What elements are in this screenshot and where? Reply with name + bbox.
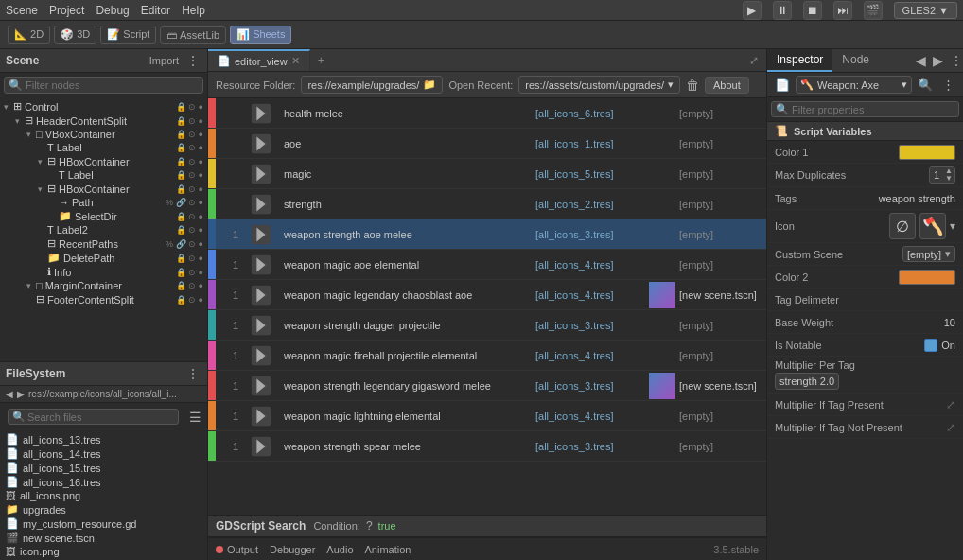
- import-label[interactable]: Import: [149, 55, 179, 66]
- movie-button[interactable]: 🎬: [864, 1, 883, 20]
- tree-item-label[interactable]: TLabel🔒 ⊙ ●: [0, 141, 207, 154]
- mult-present-expand[interactable]: ⤢: [946, 398, 955, 411]
- mode-assetlib-btn[interactable]: 🗃 AssetLib: [160, 26, 226, 44]
- menu-editor[interactable]: Editor: [141, 4, 170, 17]
- fs-item[interactable]: 📄my_custom_resource.gd: [0, 516, 207, 531]
- table-row[interactable]: strength [all_icons_2.tres] [empty]: [208, 189, 766, 219]
- fs-back-btn[interactable]: ◀: [6, 389, 13, 399]
- renderer-select[interactable]: GLES2 ▼: [894, 2, 957, 19]
- fs-search-input[interactable]: [27, 411, 174, 423]
- inspector-history-next[interactable]: ▶: [929, 49, 946, 72]
- prop-notable-toggle[interactable]: On: [924, 339, 955, 352]
- tree-item-label[interactable]: TLabel🔒 ⊙ ●: [0, 168, 207, 182]
- max-dup-spinner[interactable]: ▲ ▼: [943, 167, 954, 183]
- tree-item-selectdir[interactable]: 📁SelectDir🔒 ⊙ ●: [0, 209, 207, 223]
- inspector-filter-input[interactable]: [792, 104, 954, 115]
- mode-script-btn[interactable]: 📝 Script: [100, 26, 156, 44]
- filesystem-search[interactable]: 🔍: [8, 409, 179, 425]
- audio-btn[interactable]: Audio: [326, 544, 353, 555]
- menu-debug[interactable]: Debug: [96, 4, 129, 17]
- mode-sheets-btn[interactable]: 📊 Sheets: [230, 26, 291, 44]
- fs-item[interactable]: 📄all_icons_16.tres: [0, 475, 207, 489]
- tree-item-control[interactable]: ▾⊞Control🔒 ⊙ ●: [0, 99, 207, 114]
- clear-recent-btn[interactable]: 🗑: [686, 78, 699, 93]
- scene-menu-btn[interactable]: ⋮: [184, 53, 201, 68]
- tree-item-path[interactable]: →Path% 🔗 ⊙ ●: [0, 196, 207, 209]
- inspector-tab[interactable]: Inspector: [767, 49, 832, 72]
- mult-not-present-expand[interactable]: ⤢: [946, 421, 955, 434]
- table-row[interactable]: 1 weapon magic aoe elemental [all_icons_…: [208, 250, 766, 280]
- table-row[interactable]: 1 weapon strength aoe melee [all_icons_3…: [208, 219, 766, 250]
- multiplier-per-tag-value[interactable]: strength 2.0: [775, 373, 839, 390]
- table-row[interactable]: 1 weapon strength legendary gigasword me…: [208, 371, 766, 401]
- weapon-select[interactable]: 🪓 Weapon: Axe ▾: [796, 76, 912, 94]
- fs-forward-btn[interactable]: ▶: [17, 389, 25, 399]
- prop-custom-scene-select[interactable]: [empty] ▾: [902, 246, 955, 262]
- table-row[interactable]: 1 weapon magic lightning elemental [all_…: [208, 401, 766, 431]
- mode-2d-btn[interactable]: 📐 2D: [8, 26, 50, 44]
- menu-help[interactable]: Help: [182, 4, 205, 17]
- tree-item-hboxcontainer[interactable]: ▾⊟HBoxContainer🔒 ⊙ ●: [0, 182, 207, 196]
- scene-filter-input[interactable]: [26, 79, 199, 91]
- fs-filter-btn[interactable]: ☰: [186, 410, 203, 425]
- scene-search-bar[interactable]: 🔍: [4, 77, 203, 94]
- about-btn[interactable]: About: [705, 77, 749, 94]
- fs-item[interactable]: 🖼all_icons.png: [0, 489, 207, 502]
- tree-item-headercontentsplit[interactable]: ▾⊟HeaderContentSplit🔒 ⊙ ●: [0, 114, 207, 128]
- prop-icon-axe[interactable]: 🪓: [919, 213, 946, 239]
- prop-icon-null[interactable]: ∅: [889, 213, 916, 239]
- tree-item-margincontainer[interactable]: ▾□MarginContainer🔒 ⊙ ●: [0, 279, 207, 292]
- fs-item[interactable]: 🖼icon.png: [0, 545, 207, 558]
- tree-item-vboxcontainer[interactable]: ▾□VBoxContainer🔒 ⊙ ●: [0, 128, 207, 141]
- tree-item-label2[interactable]: TLabel2🔒 ⊙ ●: [0, 223, 207, 236]
- fs-item[interactable]: 📄all_icons_15.tres: [0, 461, 207, 475]
- prop-color2-swatch[interactable]: [899, 270, 955, 285]
- fs-item[interactable]: 📄all_icons_13.tres: [0, 432, 207, 446]
- prop-tags-value[interactable]: weapon strength: [879, 193, 955, 204]
- debugger-btn[interactable]: Debugger: [270, 544, 315, 555]
- filesystem-menu-btn[interactable]: ⋮: [184, 366, 201, 381]
- table-row[interactable]: 1 weapon magic legendary chaosblast aoe …: [208, 280, 766, 310]
- prop-base-weight-value[interactable]: 10: [944, 317, 955, 328]
- table-row[interactable]: aoe [all_icons_1.tres] [empty]: [208, 129, 766, 159]
- tab-close-btn[interactable]: ✕: [291, 55, 300, 67]
- inspector-history-prev[interactable]: ◀: [912, 49, 929, 72]
- editor-view-tab[interactable]: 📄 editor_view ✕: [208, 49, 310, 71]
- tree-item-recentpaths[interactable]: ⊟RecentPaths% 🔗 ⊙ ●: [0, 236, 207, 251]
- tree-item-hboxcontainer[interactable]: ▾⊟HBoxContainer🔒 ⊙ ●: [0, 154, 207, 168]
- prop-icon-chevron[interactable]: ▾: [950, 219, 955, 233]
- table-row[interactable]: 1 weapon strength spear melee [all_icons…: [208, 431, 766, 462]
- fs-item[interactable]: 📁upgrades: [0, 502, 207, 516]
- open-recent-select[interactable]: res://assets/custom/upgrades/ ▾: [518, 76, 680, 94]
- output-btn[interactable]: Output: [216, 544, 258, 555]
- fs-item[interactable]: 🎬new scene.tscn: [0, 531, 207, 545]
- inspector-filter-row[interactable]: 🔍: [771, 101, 959, 117]
- inspector-menu-btn[interactable]: ⋮: [946, 49, 963, 72]
- table-row[interactable]: 1 weapon magic fireball projectile eleme…: [208, 341, 766, 371]
- step-button[interactable]: ⏭: [833, 1, 852, 20]
- resource-path-display[interactable]: res://example/upgrades/ 📁: [301, 76, 443, 94]
- fs-item[interactable]: 📄all_icons_14.tres: [0, 446, 207, 461]
- tree-item-deletepath[interactable]: 📁DeletePath🔒 ⊙ ●: [0, 251, 207, 265]
- table-row[interactable]: 1 weapon strength dagger projectile [all…: [208, 310, 766, 341]
- search-icon: 🔍: [9, 79, 23, 92]
- mode-3d-btn[interactable]: 🎲 3D: [54, 26, 96, 44]
- node-tab[interactable]: Node: [832, 49, 879, 72]
- animation-btn[interactable]: Animation: [365, 544, 411, 555]
- condition-help-icon[interactable]: ?: [366, 519, 373, 533]
- inspector-search-icon[interactable]: 🔍: [916, 78, 935, 92]
- tab-add-btn[interactable]: +: [310, 50, 332, 71]
- menu-project[interactable]: Project: [49, 4, 84, 17]
- maximize-btn[interactable]: ⤢: [742, 50, 766, 71]
- tree-item-footercontentsplit[interactable]: ⊟FooterContentSplit🔒 ⊙ ●: [0, 292, 207, 306]
- inspector-settings-icon[interactable]: ⋮: [938, 78, 957, 92]
- max-dup-input[interactable]: 1 ▲ ▼: [929, 166, 955, 184]
- stop-button[interactable]: ⏹: [803, 1, 822, 20]
- tree-item-info[interactable]: ℹInfo🔒 ⊙ ●: [0, 265, 207, 279]
- table-row[interactable]: health melee [all_icons_6.tres] [empty]: [208, 98, 766, 129]
- play-button[interactable]: ▶: [743, 1, 762, 20]
- prop-color1-swatch[interactable]: [899, 145, 955, 160]
- table-row[interactable]: magic [all_icons_5.tres] [empty]: [208, 159, 766, 189]
- menu-scene[interactable]: Scene: [6, 4, 38, 17]
- pause-button[interactable]: ⏸: [773, 1, 792, 20]
